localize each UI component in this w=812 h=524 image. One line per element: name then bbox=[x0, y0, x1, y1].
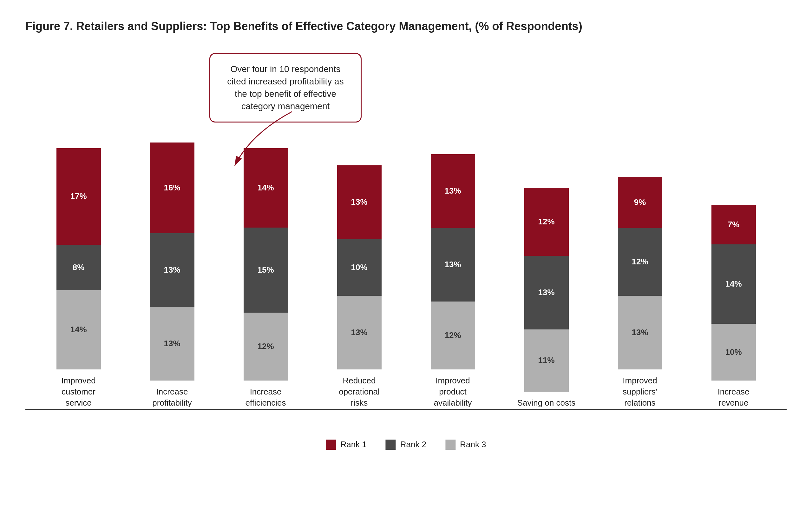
bar-group-3: 13%10%13%Reduced operational risks bbox=[324, 165, 394, 408]
bar-stack-4: 12%13%13% bbox=[431, 154, 475, 370]
bar-stack-3: 13%10%13% bbox=[337, 165, 382, 370]
legend-label-0: Rank 1 bbox=[340, 440, 366, 449]
bar-group-2: 12%15%14%Increase efficiencies bbox=[231, 148, 301, 408]
bar-label-5: Saving on costs bbox=[517, 397, 576, 408]
rank2-segment-2: 15% bbox=[243, 228, 288, 313]
callout-arrow bbox=[219, 109, 301, 172]
rank3-segment-7: 10% bbox=[711, 324, 756, 380]
rank2-segment-7: 14% bbox=[711, 244, 756, 324]
rank3-segment-3: 13% bbox=[337, 296, 382, 370]
legend-label-2: Rank 3 bbox=[460, 440, 486, 449]
bars-container: 14%8%17%Improved customer service13%13%1… bbox=[26, 72, 786, 408]
rank3-segment-6: 13% bbox=[618, 296, 662, 370]
bar-label-3: Reduced operational risks bbox=[339, 375, 380, 408]
rank2-segment-4: 13% bbox=[431, 228, 475, 301]
bar-label-1: Increase profitability bbox=[152, 386, 191, 408]
rank3-segment-4: 12% bbox=[431, 301, 475, 370]
rank1-segment-3: 13% bbox=[337, 165, 382, 239]
rank1-segment-5: 12% bbox=[524, 188, 569, 256]
rank2-segment-0: 8% bbox=[56, 245, 101, 290]
bar-label-6: Improved suppliers' relations bbox=[623, 375, 657, 408]
rank2-segment-3: 10% bbox=[337, 239, 382, 296]
chart-area: Over four in 10 respondents cited increa… bbox=[26, 47, 786, 459]
rank1-segment-6: 9% bbox=[618, 177, 662, 228]
rank2-segment-5: 13% bbox=[524, 256, 569, 329]
bar-group-4: 12%13%13%Improved product availability bbox=[418, 154, 488, 408]
bar-stack-0: 14%8%17% bbox=[56, 148, 101, 370]
bar-stack-2: 12%15%14% bbox=[243, 148, 288, 380]
bar-label-0: Improved customer service bbox=[61, 375, 96, 408]
rank2-segment-1: 13% bbox=[150, 233, 194, 307]
legend-swatch-2 bbox=[445, 440, 456, 450]
rank1-segment-0: 17% bbox=[56, 148, 101, 245]
figure-title: Figure 7. Retailers and Suppliers: Top B… bbox=[26, 19, 786, 34]
legend-item-1: Rank 2 bbox=[386, 440, 426, 450]
callout-text: Over four in 10 respondents cited increa… bbox=[227, 64, 343, 111]
legend-swatch-1 bbox=[386, 440, 396, 450]
rank3-segment-0: 14% bbox=[56, 290, 101, 370]
bar-label-7: Increase revenue bbox=[718, 386, 749, 408]
legend-label-1: Rank 2 bbox=[400, 440, 426, 449]
legend: Rank 1Rank 2Rank 3 bbox=[326, 440, 486, 450]
legend-swatch-0 bbox=[326, 440, 336, 450]
bar-label-4: Improved product availability bbox=[434, 375, 472, 408]
rank1-segment-4: 13% bbox=[431, 154, 475, 228]
rank3-segment-2: 12% bbox=[243, 313, 288, 380]
bar-stack-6: 13%12%9% bbox=[618, 177, 662, 370]
rank3-segment-1: 13% bbox=[150, 307, 194, 380]
bar-group-5: 11%13%12%Saving on costs bbox=[512, 188, 581, 408]
bar-group-6: 13%12%9%Improved suppliers' relations bbox=[605, 177, 675, 408]
bar-group-7: 10%14%7%Increase revenue bbox=[699, 205, 768, 408]
rank1-segment-7: 7% bbox=[711, 205, 756, 244]
bar-label-2: Increase efficiencies bbox=[245, 386, 286, 408]
x-axis-line bbox=[26, 409, 786, 410]
rank1-segment-1: 16% bbox=[150, 143, 194, 233]
bar-group-0: 14%8%17%Improved customer service bbox=[44, 148, 114, 408]
legend-item-0: Rank 1 bbox=[326, 440, 366, 450]
rank2-segment-6: 12% bbox=[618, 228, 662, 296]
bar-stack-7: 10%14%7% bbox=[711, 205, 756, 380]
legend-item-2: Rank 3 bbox=[445, 440, 486, 450]
bar-group-1: 13%13%16%Increase profitability bbox=[137, 143, 207, 408]
bar-stack-5: 11%13%12% bbox=[524, 188, 569, 392]
rank3-segment-5: 11% bbox=[524, 329, 569, 392]
bar-stack-1: 13%13%16% bbox=[150, 143, 194, 380]
